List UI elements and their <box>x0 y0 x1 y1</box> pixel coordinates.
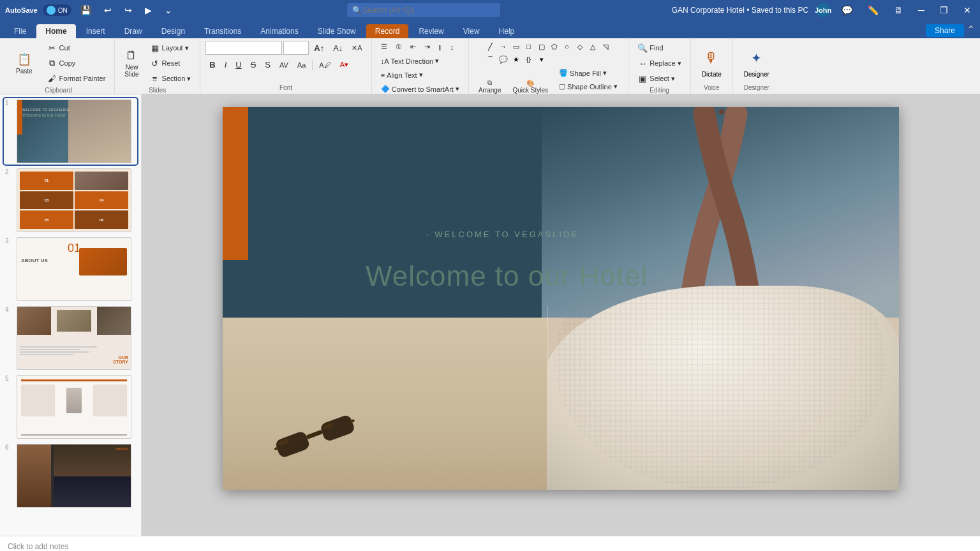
tab-help[interactable]: Help <box>490 24 524 38</box>
title-right: GAN Corporate Hotel • Saved to this PC J… <box>672 3 975 17</box>
slide-item-5[interactable]: 5 <box>4 374 137 440</box>
quick-styles-button[interactable]: 🎨 Quick Styles <box>508 77 553 96</box>
tab-design[interactable]: Design <box>152 24 194 38</box>
clipboard-label: Clipboard <box>8 85 109 94</box>
tab-file[interactable]: File <box>5 24 35 38</box>
spacing-button[interactable]: AV <box>276 59 292 71</box>
shape-line[interactable]: ╱ <box>485 41 496 52</box>
find-button[interactable]: 🔍 Find <box>634 41 685 55</box>
user-avatar[interactable]: John <box>816 3 830 17</box>
notes-bar[interactable]: Click to add notes <box>0 536 980 551</box>
shape-pentagon[interactable]: ⬠ <box>549 41 560 52</box>
slide-item-1[interactable]: 1 WELCOME TO VEGASLIDE Welcome to our Ho… <box>4 98 137 165</box>
redo-btn[interactable]: ↪ <box>121 4 136 17</box>
reset-button[interactable]: ↺ Reset <box>146 56 195 70</box>
tab-insert[interactable]: Insert <box>77 24 114 38</box>
slide-thumb-6: VISION <box>17 444 131 508</box>
columns-btn[interactable]: ⫿ <box>434 41 446 53</box>
share-button[interactable]: Share <box>926 24 964 37</box>
tab-slideshow[interactable]: Slide Show <box>309 24 365 38</box>
numbering-btn[interactable]: ① <box>392 41 406 53</box>
highlight-button[interactable]: A🖊 <box>315 59 334 71</box>
slide-item-6[interactable]: 6 VISION <box>4 443 137 509</box>
tab-animations[interactable]: Animations <box>251 24 307 38</box>
format-painter-button[interactable]: 🖌 Format Painter <box>43 71 110 85</box>
cut-button[interactable]: ✂ Cut <box>43 41 110 55</box>
tab-view[interactable]: View <box>454 24 489 38</box>
convert-smartart-btn[interactable]: 🔷 Convert to SmartArt ▾ <box>377 83 463 95</box>
minimize-btn[interactable]: ─ <box>914 4 928 17</box>
present-btn[interactable]: ▶ <box>141 4 156 17</box>
paste-button[interactable]: 📋 Paste <box>8 43 41 84</box>
shape-circle[interactable]: ○ <box>561 41 573 52</box>
comments-btn[interactable]: 💬 <box>838 4 856 17</box>
new-slide-button[interactable]: 🗒 NewSlide <box>120 43 143 84</box>
section-button[interactable]: ≡ Section ▾ <box>146 71 195 85</box>
increase-indent-btn[interactable]: ⇥ <box>420 41 434 53</box>
shape-right-tri[interactable]: ◹ <box>600 41 611 52</box>
dictate-button[interactable]: 🎙 Dictate <box>696 43 727 81</box>
shadow-button[interactable]: S <box>261 58 274 71</box>
slide-canvas[interactable]: - WELCOME TO VEGASLIDE - Welcome to our … <box>223 107 899 490</box>
clear-format-btn[interactable]: ✕A <box>348 42 366 54</box>
slide-item-3[interactable]: 3 01 ABOUT US <box>4 236 137 302</box>
slide-item-2[interactable]: 2 01 03 04 05 06 <box>4 167 137 233</box>
line-spacing-btn[interactable]: ↕ <box>447 41 458 53</box>
shape-rect3[interactable]: ▢ <box>536 41 547 52</box>
shape-fill-btn[interactable]: 🪣 Shape Fill ▾ <box>555 67 623 79</box>
shape-outline-btn[interactable]: ▢ Shape Outline ▾ <box>555 80 623 92</box>
font-color-button[interactable]: A▾ <box>336 59 352 71</box>
shape-curve[interactable]: ⌒ <box>485 54 496 65</box>
bullets-btn[interactable]: ☰ <box>377 41 391 53</box>
slide-title-container[interactable]: Welcome to our Hotel <box>315 260 698 292</box>
shape-callout[interactable]: 💬 <box>498 54 509 65</box>
select-button[interactable]: ▣ Select ▾ <box>634 71 685 85</box>
replace-button[interactable]: ↔ Replace ▾ <box>634 56 685 70</box>
shape-diamond[interactable]: ◇ <box>574 41 586 52</box>
strikethrough-button[interactable]: S <box>247 58 260 71</box>
shape-star[interactable]: ★ <box>510 54 522 65</box>
voice-content: 🎙 Dictate <box>696 41 727 83</box>
draw-pen-btn[interactable]: ✏️ <box>864 4 882 17</box>
slide-thumb-4: OURSTORY <box>17 306 131 370</box>
bold-button[interactable]: B <box>205 58 219 71</box>
decrease-font-btn[interactable]: A↓ <box>329 41 346 55</box>
shape-rect[interactable]: ▭ <box>510 41 522 52</box>
text-direction-btn[interactable]: ↕A Text Direction ▾ <box>377 55 443 67</box>
decrease-indent-btn[interactable]: ⇤ <box>406 41 420 53</box>
underline-button[interactable]: U <box>232 58 245 71</box>
search-input[interactable] <box>347 3 500 17</box>
shape-arrow[interactable]: → <box>498 41 509 52</box>
shape-rect2[interactable]: □ <box>523 41 535 52</box>
slide-item-4[interactable]: 4 OURSTORY <box>4 305 137 371</box>
tab-record[interactable]: Record <box>366 24 409 38</box>
layout-button[interactable]: ▦ Layout ▾ <box>146 41 195 55</box>
restore-btn[interactable]: ❐ <box>936 4 952 17</box>
canvas-area[interactable]: - WELCOME TO VEGASLIDE - Welcome to our … <box>142 94 980 536</box>
undo-btn[interactable]: ↩ <box>100 4 115 17</box>
tab-review[interactable]: Review <box>410 24 452 38</box>
display-btn[interactable]: 🖥 <box>890 4 907 17</box>
tab-transitions[interactable]: Transitions <box>195 24 250 38</box>
close-btn[interactable]: ✕ <box>960 4 975 17</box>
designer-button[interactable]: ✦ Designer <box>738 43 775 81</box>
arrange-button[interactable]: ⧉ Arrange <box>474 77 506 96</box>
collapse-ribbon-btn[interactable]: ⌃ <box>967 24 975 36</box>
increase-font-btn[interactable]: A↑ <box>310 41 328 55</box>
italic-button[interactable]: I <box>221 58 231 71</box>
font-size-input[interactable] <box>283 41 309 55</box>
autosave-toggle[interactable]: ON <box>43 4 71 16</box>
font-name-input[interactable] <box>205 41 282 55</box>
slide-subtitle-container[interactable]: - WELCOME TO VEGASLIDE - <box>426 230 588 239</box>
save-qat-btn[interactable]: 💾 <box>77 4 95 17</box>
tab-draw[interactable]: Draw <box>115 24 151 38</box>
font-case-btn[interactable]: Aa <box>293 59 309 71</box>
align-text-btn[interactable]: ≡ Align Text ▾ <box>377 69 427 81</box>
shape-eq[interactable]: {} <box>523 54 535 65</box>
copy-button[interactable]: ⧉ Copy <box>43 56 110 70</box>
slide-title-text: Welcome to our Hotel <box>366 260 648 291</box>
tab-home[interactable]: Home <box>36 24 75 38</box>
shape-more[interactable]: ▾ <box>536 54 547 65</box>
shape-triangle[interactable]: △ <box>587 41 598 52</box>
more-qat-btn[interactable]: ⌄ <box>161 4 176 17</box>
